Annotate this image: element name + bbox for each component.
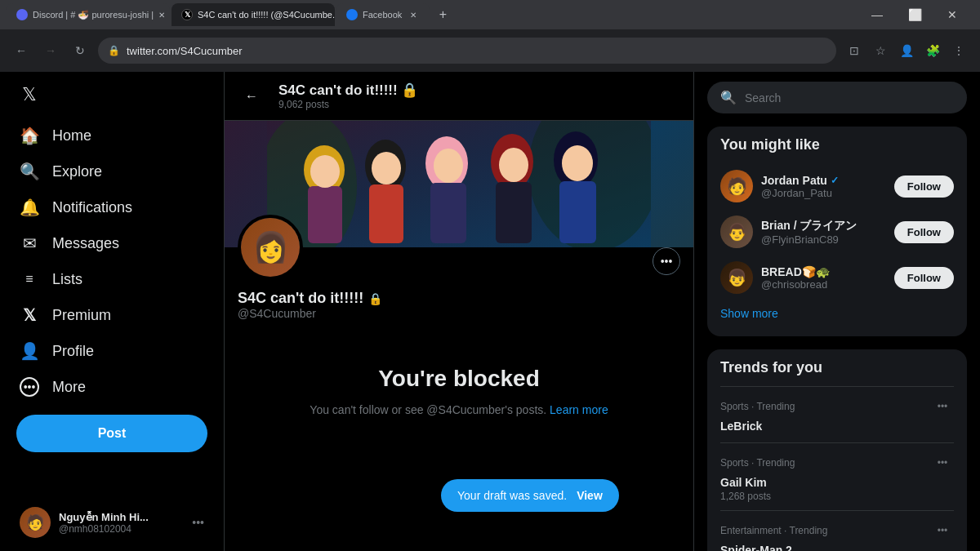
trends-title: Trends for you	[720, 359, 954, 376]
browser-tab-twitter[interactable]: 𝕏 S4C can't do it!!!!! (@S4Cucumbe... ✕	[172, 3, 335, 26]
sidebar-item-lists[interactable]: ≡ Lists	[10, 261, 214, 297]
brian-name: Brian / ブライアン	[761, 219, 886, 233]
trend-meta-gailkim: Sports · Trending •••	[720, 451, 954, 474]
profile-avatar: 👩	[238, 215, 303, 280]
more-icon: •••	[20, 377, 39, 397]
toast-view-button[interactable]: View	[577, 489, 603, 502]
sidebar-item-profile[interactable]: 👤 Profile	[10, 333, 214, 369]
profile-icon: 👤	[20, 341, 39, 361]
home-label: Home	[52, 127, 91, 144]
trend-topic-gailkim: Gail Kim	[720, 476, 954, 489]
blocked-section: You're blocked You can't follow or see @…	[225, 333, 693, 451]
cast-button[interactable]: ⊡	[843, 39, 866, 62]
profile-back-button[interactable]: ←	[238, 82, 265, 110]
brian-handle: @FlyinBrianC89	[761, 233, 886, 246]
trend-more-button[interactable]: •••	[931, 395, 954, 418]
svg-point-8	[372, 152, 401, 184]
messages-icon: ✉	[20, 233, 39, 253]
sidebar-footer[interactable]: 🧑 Nguyễn Minh Hi... @nmh08102004 •••	[10, 497, 214, 548]
sidebar-item-home[interactable]: 🏠 Home	[10, 118, 214, 153]
refresh-button[interactable]: ↻	[69, 39, 91, 62]
home-icon: 🏠	[20, 126, 39, 145]
facebook-favicon	[346, 9, 358, 20]
new-tab-button[interactable]: +	[431, 3, 454, 26]
twitter-logo[interactable]: 𝕏	[10, 75, 49, 114]
profile-display-name: S4C can't do it!!!!! 🔒	[238, 290, 680, 307]
sidebar-item-more[interactable]: ••• More	[10, 369, 214, 405]
svg-point-5	[310, 155, 340, 188]
address-text: twitter.com/S4Cucumber	[127, 45, 243, 57]
brian-avatar: 👨	[720, 216, 753, 248]
browser-tab-facebook[interactable]: Facebook ✕	[336, 3, 430, 26]
profile-section: 👩 ••• S4C can't do it!!!!! 🔒 @S4Cucumber	[225, 215, 693, 333]
toast-text: Your draft was saved.	[457, 489, 567, 502]
address-bar[interactable]: 🔒 twitter.com/S4Cucumber	[98, 38, 836, 64]
browser-tabs: Discord | # 🍜 puroresu-joshi | ✕ 𝕏 S4C c…	[0, 0, 980, 29]
explore-icon: 🔍	[20, 162, 39, 181]
back-nav-button[interactable]: ←	[10, 39, 33, 62]
trends-widget: Trends for you Sports · Trending ••• LeB…	[707, 349, 967, 551]
profile-header-name: S4C can't do it!!!!! 🔒	[278, 82, 418, 99]
post-button[interactable]: Post	[16, 415, 207, 452]
profile-label: Profile	[52, 343, 94, 360]
facebook-tab-label: Facebook	[363, 10, 402, 20]
messages-label: Messages	[52, 235, 119, 252]
search-bar[interactable]: 🔍 Search	[707, 82, 967, 113]
search-input[interactable]: Search	[745, 91, 954, 104]
trend-topic-spiderman: Spider-Man 2	[720, 544, 954, 551]
more-dots-icon: •••	[661, 255, 673, 268]
premium-label: Premium	[52, 307, 111, 324]
browser-tab-discord[interactable]: Discord | # 🍜 puroresu-joshi | ✕	[7, 3, 170, 26]
follow-jordan-button[interactable]: Follow	[894, 176, 954, 198]
brian-info: Brian / ブライアン @FlyinBrianC89	[761, 219, 886, 246]
follow-item-jordan: 🧑 Jordan Patu ✓ @Jordan_Patu Follow	[720, 163, 954, 209]
bread-info: BREAD🍞🐢 @chrisobread	[761, 265, 886, 291]
show-more-link[interactable]: Show more	[720, 300, 954, 327]
menu-button[interactable]: ⋮	[947, 39, 970, 62]
sidebar-item-explore[interactable]: 🔍 Explore	[10, 153, 214, 189]
profile-name-section: S4C can't do it!!!!! 🔒 @S4Cucumber	[238, 290, 680, 320]
maximize-button[interactable]: ⬜	[897, 3, 933, 26]
you-might-like-widget: You might like 🧑 Jordan Patu ✓ @Jordan_P…	[707, 127, 967, 336]
bookmark-button[interactable]: ☆	[869, 39, 892, 62]
bread-name: BREAD🍞🐢	[761, 265, 886, 278]
profile-posts-count: 9,062 posts	[278, 99, 418, 110]
premium-icon: 𝕏	[20, 305, 39, 325]
forward-nav-button[interactable]: →	[39, 39, 62, 62]
svg-point-17	[562, 145, 593, 181]
footer-handle: @nmh08102004	[59, 523, 184, 535]
notifications-icon: 🔔	[20, 198, 39, 217]
learn-more-link[interactable]: Learn more	[550, 403, 608, 416]
footer-user-info: Nguyễn Minh Hi... @nmh08102004	[59, 511, 184, 535]
sidebar-item-notifications[interactable]: 🔔 Notifications	[10, 189, 214, 225]
browser-toolbar: ← → ↻ 🔒 twitter.com/S4Cucumber ⊡ ☆ 👤 🧩 ⋮	[0, 29, 980, 72]
profile-more-button[interactable]: •••	[653, 247, 680, 275]
jordan-avatar: 🧑	[720, 170, 753, 202]
sidebar-item-messages[interactable]: ✉ Messages	[10, 225, 214, 261]
follow-bread-button[interactable]: Follow	[894, 267, 954, 289]
bread-avatar: 👦	[720, 261, 753, 294]
minimize-button[interactable]: —	[859, 3, 895, 26]
svg-point-11	[434, 149, 463, 183]
trend-more-button-3[interactable]: •••	[931, 519, 954, 542]
sidebar: 𝕏 🏠 Home 🔍 Explore 🔔 Notifications ✉ Mes…	[0, 72, 225, 551]
explore-label: Explore	[52, 163, 102, 180]
user-avatar: 🧑	[20, 507, 51, 538]
trend-item-spiderman[interactable]: Entertainment · Trending ••• Spider-Man …	[720, 510, 954, 551]
verified-icon: ✓	[831, 175, 839, 186]
sidebar-item-premium[interactable]: 𝕏 Premium	[10, 297, 214, 333]
trend-more-button-2[interactable]: •••	[931, 451, 954, 474]
discord-tab-close[interactable]: ✕	[158, 8, 165, 21]
facebook-tab-close[interactable]: ✕	[407, 8, 420, 21]
profile-header-bar: ← S4C can't do it!!!!! 🔒 9,062 posts	[225, 72, 693, 121]
extensions-button[interactable]: 🧩	[921, 39, 944, 62]
twitter-favicon: 𝕏	[181, 9, 193, 20]
footer-display-name: Nguyễn Minh Hi...	[59, 511, 184, 523]
trend-item-gailkim[interactable]: Sports · Trending ••• Gail Kim 1,268 pos…	[720, 442, 954, 510]
follow-brian-button[interactable]: Follow	[894, 221, 954, 243]
close-button[interactable]: ✕	[934, 3, 970, 26]
trend-topic-lebrick: LeBrick	[720, 420, 954, 433]
profile-button[interactable]: 👤	[895, 39, 918, 62]
profile-handle: @S4Cucumber	[238, 307, 680, 320]
trend-item-lebrick[interactable]: Sports · Trending ••• LeBrick	[720, 386, 954, 442]
